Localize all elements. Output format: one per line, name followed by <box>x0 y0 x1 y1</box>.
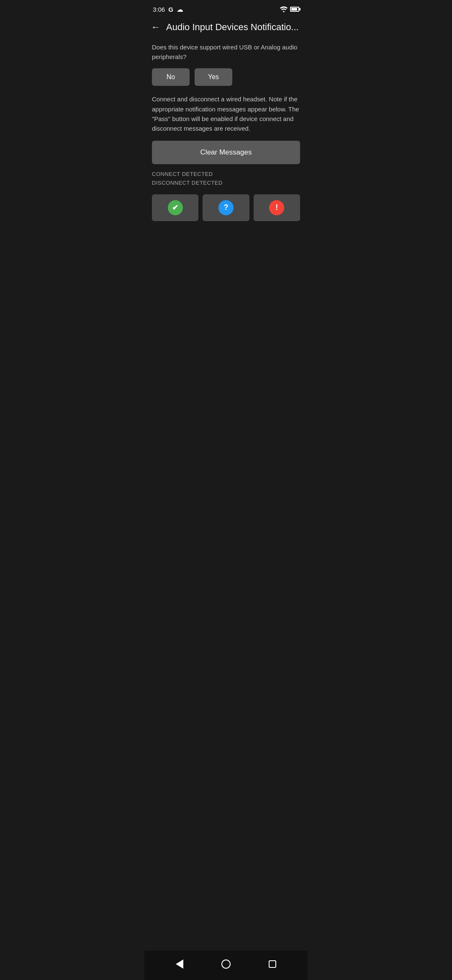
page-title: Audio Input Devices Notificatio... <box>166 22 299 33</box>
back-button[interactable]: ← <box>151 22 160 33</box>
fail-icon: ! <box>269 200 284 215</box>
pass-button[interactable]: ✔ <box>152 194 198 221</box>
status-messages: CONNECT DETECTED DISCONNECT DETECTED <box>152 170 300 188</box>
question-text: Does this device support wired USB or An… <box>152 43 300 62</box>
battery-icon <box>290 7 299 12</box>
main-content: Does this device support wired USB or An… <box>144 39 308 230</box>
clear-messages-button[interactable]: Clear Messages <box>152 141 300 164</box>
no-button[interactable]: No <box>152 68 190 86</box>
time-display: 3:06 <box>153 6 165 13</box>
info-icon: ? <box>218 200 234 215</box>
choice-buttons: No Yes <box>152 68 300 86</box>
google-icon: G <box>168 6 173 13</box>
disconnect-detected-message: DISCONNECT DETECTED <box>152 179 300 188</box>
app-header: ← Audio Input Devices Notificatio... <box>144 17 308 39</box>
action-buttons: ✔ ? ! <box>152 194 300 221</box>
svg-point-0 <box>283 11 285 12</box>
wifi-icon <box>280 6 288 12</box>
cloud-icon: ☁ <box>177 5 183 13</box>
info-button[interactable]: ? <box>203 194 249 221</box>
pass-icon: ✔ <box>168 200 183 215</box>
fail-button[interactable]: ! <box>254 194 300 221</box>
status-bar: 3:06 G ☁ <box>144 0 308 17</box>
status-left: 3:06 G ☁ <box>153 5 183 13</box>
yes-button[interactable]: Yes <box>195 68 232 86</box>
connect-detected-message: CONNECT DETECTED <box>152 170 300 179</box>
instruction-text: Connect and disconnect a wired headset. … <box>152 94 300 133</box>
status-right <box>280 6 299 12</box>
